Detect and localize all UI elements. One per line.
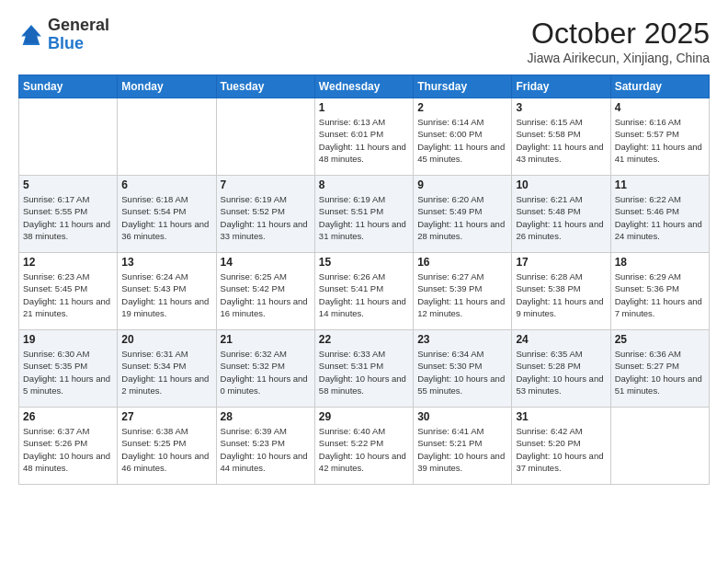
logo: General Blue [18, 17, 109, 53]
weekday-header-wednesday: Wednesday [314, 75, 413, 98]
title-block: October 2025 Jiawa Airikecun, Xinjiang, … [528, 17, 710, 65]
calendar-cell: 7Sunrise: 6:19 AMSunset: 5:52 PMDaylight… [216, 176, 314, 253]
calendar-cell: 10Sunrise: 6:21 AMSunset: 5:48 PMDayligh… [512, 176, 610, 253]
day-info: Sunrise: 6:30 AMSunset: 5:35 PMDaylight:… [23, 348, 113, 396]
day-number: 15 [319, 256, 409, 269]
calendar-cell: 31Sunrise: 6:42 AMSunset: 5:20 PMDayligh… [512, 408, 610, 485]
calendar-cell: 8Sunrise: 6:19 AMSunset: 5:51 PMDaylight… [314, 176, 413, 253]
day-info: Sunrise: 6:17 AMSunset: 5:55 PMDaylight:… [23, 193, 113, 242]
day-number: 26 [23, 410, 113, 423]
day-info: Sunrise: 6:33 AMSunset: 5:31 PMDaylight:… [319, 348, 409, 396]
svg-marker-1 [23, 26, 40, 43]
calendar-cell: 17Sunrise: 6:28 AMSunset: 5:38 PMDayligh… [512, 253, 610, 330]
calendar-cell: 2Sunrise: 6:14 AMSunset: 6:00 PMDaylight… [414, 98, 512, 176]
weekday-header-thursday: Thursday [414, 75, 512, 98]
day-number: 24 [516, 333, 606, 346]
calendar-cell: 26Sunrise: 6:37 AMSunset: 5:26 PMDayligh… [19, 408, 118, 485]
logo-blue: Blue [48, 34, 84, 52]
day-number: 22 [319, 333, 409, 346]
day-info: Sunrise: 6:21 AMSunset: 5:48 PMDaylight:… [516, 193, 606, 242]
day-info: Sunrise: 6:20 AMSunset: 5:49 PMDaylight:… [417, 193, 507, 242]
day-number: 8 [319, 178, 409, 191]
day-number: 21 [221, 333, 311, 346]
day-info: Sunrise: 6:19 AMSunset: 5:52 PMDaylight:… [221, 193, 311, 242]
calendar-cell: 5Sunrise: 6:17 AMSunset: 5:55 PMDaylight… [19, 176, 118, 253]
calendar-cell: 20Sunrise: 6:31 AMSunset: 5:34 PMDayligh… [118, 330, 216, 408]
header: General Blue October 2025 Jiawa Airikecu… [18, 17, 710, 65]
day-number: 16 [417, 256, 507, 269]
weekday-header-row: SundayMondayTuesdayWednesdayThursdayFrid… [19, 75, 710, 98]
day-info: Sunrise: 6:32 AMSunset: 5:32 PMDaylight:… [221, 348, 311, 396]
day-number: 10 [516, 178, 606, 191]
day-number: 2 [417, 101, 507, 114]
day-number: 4 [615, 101, 705, 114]
day-number: 31 [516, 410, 606, 423]
calendar-week-row: 1Sunrise: 6:13 AMSunset: 6:01 PMDaylight… [19, 98, 710, 176]
day-info: Sunrise: 6:37 AMSunset: 5:26 PMDaylight:… [23, 425, 113, 474]
calendar: SundayMondayTuesdayWednesdayThursdayFrid… [18, 75, 710, 485]
calendar-cell: 23Sunrise: 6:34 AMSunset: 5:30 PMDayligh… [414, 330, 512, 408]
weekday-header-friday: Friday [512, 75, 610, 98]
day-info: Sunrise: 6:40 AMSunset: 5:22 PMDaylight:… [319, 425, 409, 474]
day-info: Sunrise: 6:27 AMSunset: 5:39 PMDaylight:… [417, 270, 507, 319]
calendar-cell [19, 98, 118, 176]
day-number: 9 [417, 178, 507, 191]
day-number: 12 [23, 256, 113, 269]
day-number: 29 [319, 410, 409, 423]
calendar-cell: 12Sunrise: 6:23 AMSunset: 5:45 PMDayligh… [19, 253, 118, 330]
calendar-cell: 28Sunrise: 6:39 AMSunset: 5:23 PMDayligh… [216, 408, 314, 485]
calendar-cell: 6Sunrise: 6:18 AMSunset: 5:54 PMDaylight… [118, 176, 216, 253]
day-info: Sunrise: 6:13 AMSunset: 6:01 PMDaylight:… [319, 116, 409, 165]
location: Jiawa Airikecun, Xinjiang, China [528, 51, 710, 65]
day-number: 7 [221, 178, 311, 191]
day-info: Sunrise: 6:34 AMSunset: 5:30 PMDaylight:… [417, 348, 507, 396]
calendar-cell: 22Sunrise: 6:33 AMSunset: 5:31 PMDayligh… [314, 330, 413, 408]
calendar-cell: 14Sunrise: 6:25 AMSunset: 5:42 PMDayligh… [216, 253, 314, 330]
month-title: October 2025 [528, 17, 710, 51]
day-info: Sunrise: 6:23 AMSunset: 5:45 PMDaylight:… [23, 270, 113, 319]
day-number: 18 [615, 256, 705, 269]
day-number: 30 [417, 410, 507, 423]
calendar-week-row: 19Sunrise: 6:30 AMSunset: 5:35 PMDayligh… [19, 330, 710, 408]
day-info: Sunrise: 6:19 AMSunset: 5:51 PMDaylight:… [319, 193, 409, 242]
calendar-cell: 24Sunrise: 6:35 AMSunset: 5:28 PMDayligh… [512, 330, 610, 408]
day-number: 3 [516, 101, 606, 114]
day-info: Sunrise: 6:36 AMSunset: 5:27 PMDaylight:… [615, 348, 705, 396]
day-info: Sunrise: 6:22 AMSunset: 5:46 PMDaylight:… [615, 193, 705, 242]
day-number: 5 [23, 178, 113, 191]
day-number: 14 [221, 256, 311, 269]
weekday-header-monday: Monday [118, 75, 216, 98]
day-info: Sunrise: 6:15 AMSunset: 5:58 PMDaylight:… [516, 116, 606, 165]
day-info: Sunrise: 6:42 AMSunset: 5:20 PMDaylight:… [516, 425, 606, 474]
calendar-cell: 11Sunrise: 6:22 AMSunset: 5:46 PMDayligh… [610, 176, 709, 253]
calendar-cell: 1Sunrise: 6:13 AMSunset: 6:01 PMDaylight… [314, 98, 413, 176]
day-info: Sunrise: 6:26 AMSunset: 5:41 PMDaylight:… [319, 270, 409, 319]
calendar-cell: 21Sunrise: 6:32 AMSunset: 5:32 PMDayligh… [216, 330, 314, 408]
day-number: 20 [121, 333, 211, 346]
day-info: Sunrise: 6:14 AMSunset: 6:00 PMDaylight:… [417, 116, 507, 165]
calendar-cell: 4Sunrise: 6:16 AMSunset: 5:57 PMDaylight… [610, 98, 709, 176]
calendar-week-row: 5Sunrise: 6:17 AMSunset: 5:55 PMDaylight… [19, 176, 710, 253]
day-info: Sunrise: 6:16 AMSunset: 5:57 PMDaylight:… [615, 116, 705, 165]
day-info: Sunrise: 6:18 AMSunset: 5:54 PMDaylight:… [121, 193, 211, 242]
calendar-week-row: 12Sunrise: 6:23 AMSunset: 5:45 PMDayligh… [19, 253, 710, 330]
page: General Blue October 2025 Jiawa Airikecu… [0, 0, 728, 563]
calendar-cell: 30Sunrise: 6:41 AMSunset: 5:21 PMDayligh… [414, 408, 512, 485]
day-info: Sunrise: 6:31 AMSunset: 5:34 PMDaylight:… [121, 348, 211, 396]
calendar-cell: 25Sunrise: 6:36 AMSunset: 5:27 PMDayligh… [610, 330, 709, 408]
weekday-header-tuesday: Tuesday [216, 75, 314, 98]
calendar-cell: 19Sunrise: 6:30 AMSunset: 5:35 PMDayligh… [19, 330, 118, 408]
day-number: 19 [23, 333, 113, 346]
calendar-cell: 9Sunrise: 6:20 AMSunset: 5:49 PMDaylight… [414, 176, 512, 253]
day-info: Sunrise: 6:41 AMSunset: 5:21 PMDaylight:… [417, 425, 507, 474]
day-info: Sunrise: 6:39 AMSunset: 5:23 PMDaylight:… [221, 425, 311, 474]
weekday-header-saturday: Saturday [610, 75, 709, 98]
calendar-cell [216, 98, 314, 176]
day-number: 11 [615, 178, 705, 191]
day-number: 17 [516, 256, 606, 269]
calendar-cell: 13Sunrise: 6:24 AMSunset: 5:43 PMDayligh… [118, 253, 216, 330]
day-info: Sunrise: 6:29 AMSunset: 5:36 PMDaylight:… [615, 270, 705, 319]
calendar-cell: 15Sunrise: 6:26 AMSunset: 5:41 PMDayligh… [314, 253, 413, 330]
logo-text: General Blue [48, 17, 109, 53]
calendar-cell: 16Sunrise: 6:27 AMSunset: 5:39 PMDayligh… [414, 253, 512, 330]
